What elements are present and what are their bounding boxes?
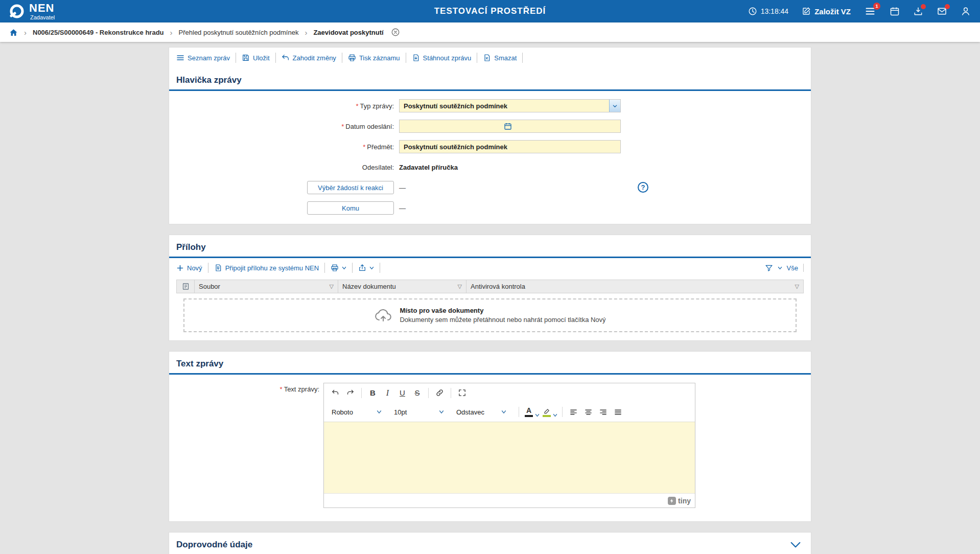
column-filter-icon[interactable]: ▽ xyxy=(795,283,799,290)
underline-button[interactable]: U xyxy=(395,386,410,400)
compose-icon xyxy=(802,7,811,16)
close-tab-icon[interactable] xyxy=(391,28,400,37)
redo-icon[interactable] xyxy=(343,386,358,400)
strikethrough-button[interactable]: S xyxy=(410,386,425,400)
font-family-select[interactable]: Roboto xyxy=(328,405,385,419)
messages-button[interactable] xyxy=(937,6,947,16)
column-filter-icon[interactable]: ▽ xyxy=(458,283,462,290)
help-icon[interactable]: ? xyxy=(638,182,648,193)
column-label-file: Soubor xyxy=(199,283,220,290)
chevron-down-icon[interactable] xyxy=(342,266,346,270)
align-right-button[interactable] xyxy=(596,405,611,419)
environment-title: TESTOVACÍ PROSTŘEDÍ xyxy=(434,6,546,16)
toolbar-divider xyxy=(451,388,451,398)
print-record-label: Tisk záznamu xyxy=(359,54,400,62)
chevron-down-icon[interactable] xyxy=(369,266,374,270)
discard-changes-button[interactable]: Zahodit změny xyxy=(275,53,342,63)
collapse-chevron-icon[interactable] xyxy=(790,542,804,548)
link-button[interactable] xyxy=(432,386,447,400)
text-color-button[interactable]: A xyxy=(524,407,540,417)
tinymce-branding[interactable]: tiny xyxy=(668,497,691,505)
print-record-button[interactable]: Tisk záznamu xyxy=(342,53,406,63)
send-date-field[interactable] xyxy=(399,120,621,133)
breadcrumb-separator: › xyxy=(305,28,307,37)
send-date-label: *Datum odeslání: xyxy=(176,123,394,130)
save-label: Uložit xyxy=(253,54,270,62)
sender-label: Odesílatel: xyxy=(176,164,394,171)
user-profile-button[interactable] xyxy=(961,6,971,16)
message-list-button[interactable]: Seznam zpráv xyxy=(176,53,236,63)
section-title-message-header: Hlavička zprávy xyxy=(169,68,811,91)
section-title-additional-data: Doprovodné údaje xyxy=(169,533,811,554)
font-size-select[interactable]: 10pt xyxy=(390,405,448,419)
chevron-down-icon[interactable] xyxy=(535,413,540,417)
chevron-down-icon[interactable] xyxy=(609,100,620,112)
attach-from-nen-label: Připojit přílohu ze systému NEN xyxy=(225,264,319,272)
row-type-column-header[interactable] xyxy=(177,280,194,293)
calendar-picker-icon[interactable] xyxy=(504,122,512,130)
downloads-button[interactable] xyxy=(913,6,923,16)
show-all-filter[interactable]: Vše xyxy=(787,264,798,272)
additional-data-panel: Doprovodné údaje xyxy=(169,532,811,554)
print-attachments-button[interactable] xyxy=(324,263,352,273)
subject-input[interactable] xyxy=(399,140,621,153)
required-asterisk: * xyxy=(341,123,344,130)
attachments-table-header: Soubor ▽ Název dokumentu ▽ Antivirová ko… xyxy=(176,280,804,293)
download-message-button[interactable]: Stáhnout zprávu xyxy=(406,53,477,63)
brand-subtitle: Zadavatel xyxy=(30,15,55,20)
export-attachments-button[interactable] xyxy=(352,263,380,273)
message-text-label: *Text zprávy: xyxy=(176,383,319,508)
block-format-select[interactable]: Odstavec xyxy=(453,405,510,419)
breadcrumb-item-current[interactable]: Zaevidovat poskytnutí xyxy=(313,29,383,36)
attachments-table: Soubor ▽ Název dokumentu ▽ Antivirová ko… xyxy=(176,280,804,332)
attach-from-nen-button[interactable]: Připojit přílohu ze systému NEN xyxy=(208,263,325,273)
nen-logo[interactable]: NEN Zadavatel xyxy=(9,3,55,20)
nen-logo-icon xyxy=(9,4,25,19)
calendar-button[interactable] xyxy=(890,6,900,16)
chevron-down-icon[interactable] xyxy=(778,266,782,270)
request-empty-value: — xyxy=(399,184,406,192)
column-header-document-name[interactable]: Název dokumentu ▽ xyxy=(338,280,466,293)
align-center-button[interactable] xyxy=(581,405,596,419)
message-header-panel: Seznam zpráv Uložit Zahodit změny Tisk z… xyxy=(169,47,811,224)
required-asterisk: * xyxy=(363,143,365,151)
send-date-input[interactable] xyxy=(400,120,502,132)
delete-button[interactable]: Smazat xyxy=(477,53,523,63)
message-header-title: Hlavička zprávy xyxy=(176,75,242,85)
breadcrumb-item-contract[interactable]: N006/25/S00000649 - Rekonstrukce hradu xyxy=(33,29,164,36)
column-header-antivirus[interactable]: Antivirová kontrola ▽ xyxy=(466,280,803,293)
create-vz-button[interactable]: Založit VZ xyxy=(802,7,851,16)
select-request-button[interactable]: Výběr žádostí k reakci xyxy=(307,181,394,194)
new-attachment-button[interactable]: Nový xyxy=(176,263,208,273)
dropzone-subtitle: Dokumenty sem můžete přetáhnout nebo nah… xyxy=(400,315,605,325)
bold-button[interactable]: B xyxy=(365,386,380,400)
main-menu-button[interactable]: 1 xyxy=(864,6,876,16)
chevron-down-icon[interactable] xyxy=(553,413,557,417)
column-label-document-name: Název dokumentu xyxy=(342,283,396,290)
column-header-file[interactable]: Soubor ▽ xyxy=(194,280,338,293)
message-text-panel: Text zprávy *Text zprávy: B I xyxy=(169,351,811,522)
highlight-color-button[interactable] xyxy=(542,407,557,417)
cloud-upload-icon xyxy=(374,308,392,323)
font-family-value: Roboto xyxy=(332,408,353,416)
file-dropzone[interactable]: Místo pro vaše dokumenty Dokumenty sem m… xyxy=(183,298,797,332)
filter-icon[interactable] xyxy=(765,264,773,272)
undo-icon[interactable] xyxy=(328,386,343,400)
fullscreen-button[interactable] xyxy=(455,386,470,400)
create-vz-label: Založit VZ xyxy=(814,7,851,16)
message-header-form: *Typ zprávy: Poskytnutí soutěžních podmí… xyxy=(169,91,811,224)
align-left-button[interactable] xyxy=(566,405,581,419)
dropzone-title: Místo pro vaše dokumenty xyxy=(400,306,605,315)
home-icon[interactable] xyxy=(9,28,18,37)
rich-text-editor: B I U S Roboto xyxy=(323,383,695,508)
type-label: *Typ zprávy: xyxy=(176,102,394,110)
breadcrumb-item-overview[interactable]: Přehled poskytnutí soutěžních podmínek xyxy=(179,29,299,36)
align-justify-button[interactable] xyxy=(611,405,625,419)
italic-button[interactable]: I xyxy=(380,386,395,400)
save-button[interactable]: Uložit xyxy=(236,53,275,63)
column-filter-icon[interactable]: ▽ xyxy=(330,283,334,290)
message-text-editing-area[interactable] xyxy=(324,422,695,493)
recipient-button[interactable]: Komu xyxy=(307,201,394,215)
message-type-select[interactable]: Poskytnutí soutěžních podmínek xyxy=(399,99,621,112)
chevron-down-icon xyxy=(501,410,506,414)
